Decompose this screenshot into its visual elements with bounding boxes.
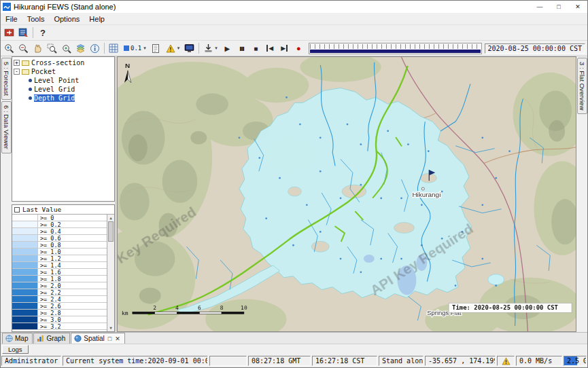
tree-item-cross-section[interactable]: + Cross-section [14, 58, 114, 67]
tree-item-level-grid[interactable]: Level Grid [14, 85, 114, 94]
timeline-slider[interactable] [309, 43, 482, 54]
legend-color-swatch [12, 276, 38, 282]
zoom-region-icon[interactable] [45, 41, 59, 55]
help-icon[interactable]: ? [35, 26, 50, 39]
scale-tick: 4 [175, 305, 179, 311]
close-button[interactable]: ✕ [568, 1, 587, 13]
legend-row-label: >= 2.0 [38, 282, 61, 289]
north-label: N [125, 62, 130, 69]
scroll-up-icon[interactable]: ▲ [107, 215, 114, 221]
stop-button[interactable]: ■ [249, 41, 263, 55]
scale-tick: 6 [198, 305, 201, 311]
status-warning[interactable] [497, 356, 515, 366]
collapse-icon[interactable]: - [14, 69, 20, 75]
legend-row: >= 1.8 [12, 276, 107, 282]
legend-row-label: >= 3.2 [38, 323, 61, 329]
play-button[interactable]: ▶ [220, 41, 235, 55]
skip-to-end-glyph: ▶ [281, 45, 288, 52]
export-animation-dropdown[interactable]: ▾ [201, 41, 220, 55]
legend-row: >= 3.2 [12, 323, 107, 330]
tab-forecast[interactable]: 5 : Forecast [1, 58, 12, 100]
grid-toggle-icon[interactable] [107, 41, 121, 55]
warning-icon [502, 357, 511, 365]
legend-color-swatch [12, 221, 38, 227]
skip-to-start-button[interactable]: ◀ [263, 41, 277, 55]
menu-help[interactable]: Help [84, 13, 109, 24]
legend-color-swatch [12, 262, 38, 268]
last-value-checkbox[interactable] [14, 207, 20, 213]
info-icon[interactable] [88, 41, 102, 55]
scroll-down-icon[interactable]: ▼ [107, 325, 114, 331]
pause-button[interactable]: ▮▮ [235, 41, 249, 55]
animation-display-icon[interactable] [182, 41, 196, 55]
logs-button[interactable]: Logs [2, 345, 29, 354]
legend-header: Last Value [12, 205, 114, 215]
status-bar: Administrator Current system time:2020-0… [1, 354, 587, 367]
node-icon [29, 79, 32, 82]
tree-item-level-point[interactable]: Level Point [14, 76, 114, 85]
legend-color-swatch [12, 255, 38, 261]
toolbar-separator [33, 27, 33, 38]
export-icon [204, 43, 213, 53]
layers-icon[interactable] [73, 41, 88, 55]
close-view-icon[interactable]: ✕ [115, 335, 120, 342]
zoom-out-icon[interactable] [16, 41, 31, 55]
forecast-manager-glyph [4, 27, 15, 38]
maximize-view-icon[interactable]: □ [108, 335, 111, 342]
data-viewer-panel: + Cross-section - Pocket Level Point Lev… [12, 56, 115, 332]
legend-row: >= 0.2 [12, 221, 107, 228]
tab-flat-overview[interactable]: 3 : Flat Overview [577, 58, 587, 114]
database-viewer-icon[interactable] [16, 26, 31, 39]
legend-row: >= 0.8 [12, 242, 107, 249]
classification-select[interactable]: 0.1 ▾ [121, 41, 149, 55]
status-empty [209, 356, 247, 366]
legend-color-swatch [12, 289, 38, 295]
scale-tick: 8 [220, 305, 224, 311]
tree-item-label-selected: Depth Grid [34, 94, 75, 102]
legend-row-label: >= 1.8 [38, 276, 61, 282]
legend-row: >= 0.6 [12, 235, 107, 242]
menu-tools[interactable]: Tools [22, 13, 50, 24]
legend-color-swatch [12, 296, 38, 302]
tab-map[interactable]: Map [2, 333, 33, 344]
scrollbar-thumb[interactable] [108, 221, 114, 242]
minimize-button[interactable]: — [530, 1, 549, 13]
maximize-button[interactable]: □ [549, 1, 568, 13]
node-icon [29, 96, 32, 100]
skip-to-end-button[interactable]: ▶ [277, 41, 292, 55]
right-tab-strip: 3 : Flat Overview [576, 56, 587, 332]
chevron-down-icon: ▾ [143, 45, 146, 51]
record-button[interactable]: ● [292, 41, 306, 55]
status-memory: 2.5 GB [564, 356, 587, 366]
status-system-time: Current system time:2020-09-01 00:00 CST [63, 356, 208, 366]
zoom-extent-icon[interactable] [59, 41, 73, 55]
status-local-time: 16:27:18 CST [312, 356, 377, 366]
tree-item-pocket[interactable]: - Pocket [14, 67, 114, 76]
expand-icon[interactable]: + [14, 60, 20, 66]
map-time-label: Time: 2020-08-25 00:00:00 CST [449, 303, 572, 312]
legend-row-label: >= 3.0 [38, 316, 61, 323]
timeline-range-bar[interactable] [310, 50, 481, 52]
tab-data-viewer[interactable]: 6 : Data Viewer [1, 101, 12, 153]
pan-hand-icon[interactable] [31, 41, 45, 55]
legend-table: >= 0 >= 0.2 >= 0.4 [12, 215, 107, 331]
warning-filter-dropdown[interactable]: ▾ [163, 41, 183, 55]
tab-graph[interactable]: Graph [33, 333, 70, 344]
node-icon [29, 88, 32, 91]
chevron-down-icon: ▾ [177, 45, 180, 51]
tree-item-depth-grid[interactable]: Depth Grid [14, 94, 114, 103]
tab-spatial[interactable]: Spatial □ ✕ [71, 333, 125, 344]
legend-scrollbar[interactable]: ▲ ▼ [107, 215, 114, 331]
forecast-manager-icon[interactable] [2, 26, 16, 39]
legend-row: >= 2.2 [12, 289, 107, 296]
legend-color-swatch [12, 215, 38, 221]
menu-options[interactable]: Options [49, 13, 84, 24]
zoom-in-icon[interactable] [2, 41, 16, 55]
spatial-map-view[interactable]: API Key Required API Key Required Hikura… [117, 56, 576, 332]
current-datetime-display: 2020-08-25 00:00:00 CST [485, 43, 585, 54]
scale-tick: 10 [241, 305, 247, 311]
title-bar: Hikurangi FEWS (Stand alone) — □ ✕ [1, 1, 587, 13]
profile-tool-icon[interactable] [149, 41, 163, 55]
menu-file[interactable]: File [1, 13, 22, 24]
app-window: Hikurangi FEWS (Stand alone) — □ ✕ File … [0, 0, 588, 368]
